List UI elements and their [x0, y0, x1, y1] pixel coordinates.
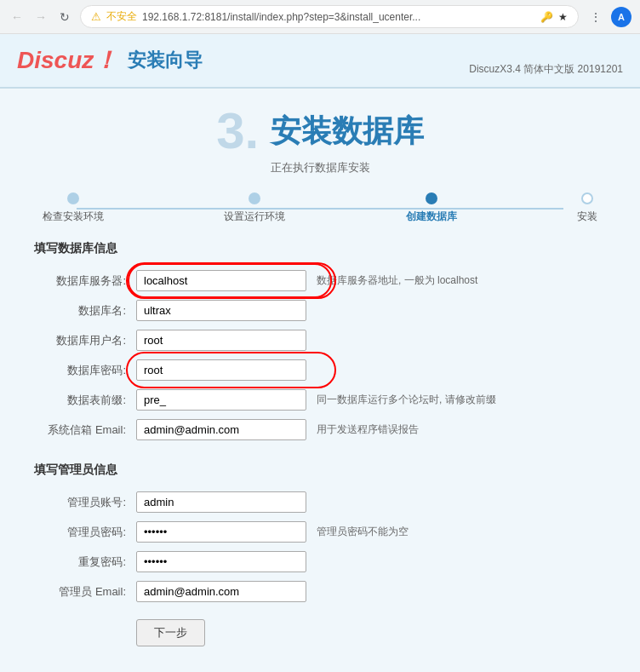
db-password-row: 数据库密码:: [34, 359, 606, 381]
step-item-4: 安装: [577, 192, 597, 224]
step-subtitle: 正在执行数据库安装: [26, 160, 614, 175]
warning-icon: ⚠: [91, 10, 101, 23]
site-header: Discuz！ 安装向导 DiscuzX3.4 简体中文版 20191201: [0, 34, 640, 89]
db-server-input-wrapper: [136, 270, 306, 291]
db-username-input[interactable]: [136, 330, 306, 351]
db-password-label: 数据库密码:: [34, 363, 136, 378]
db-prefix-input[interactable]: [136, 389, 306, 411]
logo-discuz: Discuz！: [17, 47, 117, 73]
back-button[interactable]: ←: [9, 9, 26, 26]
url-text: 192.168.1.72:8181/install/index.php?step…: [142, 11, 535, 23]
step-dot-2: [249, 192, 260, 204]
admin-password-confirm-label: 重复密码:: [34, 554, 136, 570]
progress-bar: 检查安装环境 设置运行环境 创建数据库 安装: [26, 192, 614, 224]
form-area: 填写数据库信息 数据库服务器: 数据库服务器地址, 一般为 localhost …: [0, 224, 640, 672]
step-section: 3. 安装数据库 正在执行数据库安装 检查安装环境 设置运行环境 创建数据库 安…: [0, 89, 640, 224]
step-dot-3: [426, 192, 437, 204]
db-username-label: 数据库用户名:: [34, 333, 136, 348]
star-icon: ★: [558, 11, 568, 23]
step-label-1: 检查安装环境: [43, 210, 104, 224]
admin-password-row: 管理员密码: 管理员密码不能为空: [34, 521, 606, 543]
forward-button[interactable]: →: [32, 9, 49, 26]
db-server-label: 数据库服务器:: [34, 273, 136, 289]
db-section-title: 填写数据库信息: [34, 241, 606, 260]
db-name-input[interactable]: [136, 300, 306, 321]
step-number: 3.: [216, 106, 259, 157]
admin-username-input[interactable]: [136, 491, 306, 513]
db-prefix-row: 数据表前缀: 同一数据库运行多个论坛时, 请修改前缀: [34, 389, 606, 411]
db-name-row: 数据库名:: [34, 300, 606, 321]
menu-button[interactable]: ⋮: [586, 7, 606, 27]
admin-email-input[interactable]: [136, 581, 306, 602]
db-email-input[interactable]: [136, 419, 306, 440]
step-name: 安装数据库: [271, 113, 424, 148]
admin-username-row: 管理员账号:: [34, 491, 606, 513]
admin-password-input[interactable]: [136, 521, 306, 543]
db-prefix-hint: 同一数据库运行多个论坛时, 请修改前缀: [317, 393, 496, 407]
submit-button[interactable]: 下一步: [136, 619, 205, 646]
step-dot-4: [581, 192, 593, 204]
db-password-input-wrapper: [136, 359, 306, 381]
db-email-label: 系统信箱 Email:: [34, 422, 136, 438]
unsafe-label: 不安全: [106, 9, 137, 24]
step-dot-1: [67, 192, 79, 204]
user-avatar[interactable]: A: [611, 7, 631, 27]
version-info: DiscuzX3.4 简体中文版 20191201: [469, 62, 623, 77]
db-server-hint: 数据库服务器地址, 一般为 localhost: [317, 273, 477, 288]
admin-email-row: 管理员 Email:: [34, 581, 606, 602]
db-server-input[interactable]: [136, 270, 306, 291]
step-item-3: 创建数据库: [406, 192, 457, 224]
db-username-row: 数据库用户名:: [34, 330, 606, 351]
admin-section-title: 填写管理员信息: [34, 462, 606, 481]
address-bar[interactable]: ⚠ 不安全 192.168.1.72:8181/install/index.ph…: [80, 5, 579, 28]
admin-password-confirm-row: 重复密码:: [34, 551, 606, 572]
site-logo: Discuz！ 安装向导: [17, 44, 203, 77]
browser-actions: ⋮ A: [586, 7, 631, 27]
admin-password-label: 管理员密码:: [34, 525, 136, 540]
step-label-4: 安装: [577, 210, 597, 224]
submit-area: 下一步: [34, 619, 606, 646]
db-server-row: 数据库服务器: 数据库服务器地址, 一般为 localhost: [34, 270, 606, 291]
step-title-area: 3. 安装数据库 正在执行数据库安装: [26, 106, 614, 175]
refresh-button[interactable]: ↻: [56, 9, 73, 26]
install-title: 安装向导: [128, 48, 203, 73]
db-email-row: 系统信箱 Email: 用于发送程序错误报告: [34, 419, 606, 440]
admin-password-hint: 管理员密码不能为空: [317, 525, 409, 539]
browser-chrome: ← → ↻ ⚠ 不安全 192.168.1.72:8181/install/in…: [0, 0, 640, 34]
progress-line: [77, 208, 563, 210]
admin-password-confirm-input[interactable]: [136, 551, 306, 572]
db-password-input[interactable]: [136, 359, 306, 381]
db-email-hint: 用于发送程序错误报告: [317, 422, 419, 437]
admin-username-label: 管理员账号:: [34, 495, 136, 510]
step-label-2: 设置运行环境: [224, 210, 285, 224]
discuz-logo: Discuz！: [17, 44, 117, 77]
db-name-label: 数据库名:: [34, 303, 136, 319]
admin-email-label: 管理员 Email:: [34, 584, 136, 600]
db-prefix-label: 数据表前缀:: [34, 393, 136, 408]
step-label-3: 创建数据库: [406, 210, 457, 224]
page-content: Discuz！ 安装向导 DiscuzX3.4 简体中文版 20191201 3…: [0, 34, 640, 672]
lock-icon: 🔑: [540, 11, 553, 23]
step-item-1: 检查安装环境: [43, 192, 104, 224]
step-item-2: 设置运行环境: [224, 192, 285, 224]
